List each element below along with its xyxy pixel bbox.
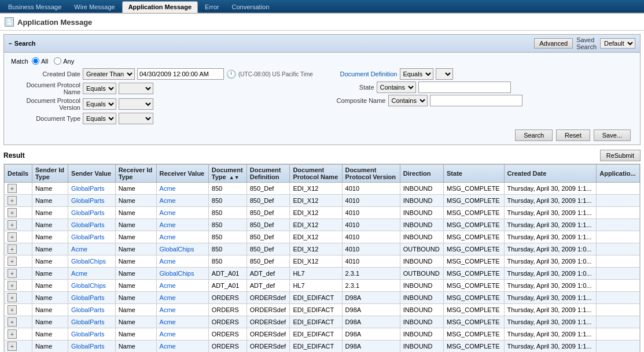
tab-conversation[interactable]: Conversation [226, 1, 275, 13]
sender-value-link[interactable]: GlobalChips [71, 258, 106, 265]
tab-wire-message[interactable]: Wire Message [68, 1, 120, 13]
expand-icon[interactable]: + [8, 293, 17, 302]
save-button[interactable]: Save... [594, 129, 631, 141]
doc-def-select2[interactable] [436, 68, 453, 80]
result-table: Details Sender IdType Sender Value Recei… [4, 164, 640, 352]
expand-icon[interactable]: + [8, 269, 17, 278]
cell-details[interactable]: + [5, 195, 32, 207]
expand-icon[interactable]: + [8, 329, 17, 339]
expand-icon[interactable]: + [8, 342, 17, 351]
cell-sender-id-type: Name [32, 316, 68, 328]
cell-created-date: Thursday, April 30, 2009 1:1... [504, 207, 597, 219]
sender-value-link[interactable]: Acme [71, 270, 87, 277]
cell-details[interactable]: + [5, 304, 32, 316]
receiver-value-link[interactable]: Acme [160, 209, 176, 216]
search-button[interactable]: Search [515, 129, 553, 141]
doc-type-select2[interactable] [119, 113, 153, 124]
receiver-value-link[interactable]: Acme [160, 234, 176, 240]
receiver-value-link[interactable]: Acme [160, 258, 176, 265]
sender-value-link[interactable]: GlobalParts [71, 318, 104, 325]
composite-name-input[interactable] [430, 95, 522, 106]
state-op[interactable]: Contains [377, 81, 416, 93]
cell-details[interactable]: + [5, 280, 32, 292]
receiver-value-link[interactable]: Acme [160, 318, 176, 325]
cell-details[interactable]: + [5, 340, 32, 353]
expand-icon[interactable]: + [8, 244, 17, 254]
expand-icon[interactable]: + [8, 232, 17, 242]
created-date-input[interactable] [137, 68, 224, 80]
expand-icon[interactable]: + [8, 257, 17, 266]
sender-value-link[interactable]: Acme [71, 246, 87, 253]
tab-application-message[interactable]: Application Message [122, 1, 198, 13]
col-doc-type[interactable]: DocumentType ▲▼ [208, 165, 246, 183]
expand-icon[interactable]: + [8, 281, 17, 290]
sender-value-link[interactable]: GlobalParts [71, 343, 104, 350]
reset-button[interactable]: Reset [556, 129, 590, 141]
doc-protocol-name-select2[interactable] [119, 83, 153, 94]
receiver-value-link[interactable]: GlobalChips [160, 246, 194, 253]
receiver-value-link[interactable]: Acme [160, 306, 176, 313]
cell-created-date: Thursday, April 30, 2009 1:1... [504, 328, 597, 340]
cell-details[interactable]: + [5, 268, 32, 280]
composite-name-op[interactable]: Contains [388, 95, 428, 106]
doc-protocol-version-select2[interactable] [119, 98, 153, 110]
radio-any[interactable]: Any [54, 57, 74, 65]
receiver-value-link[interactable]: Acme [160, 294, 176, 301]
receiver-value-link[interactable]: Acme [160, 185, 176, 192]
cell-details[interactable]: + [5, 219, 32, 231]
clock-icon[interactable]: 🕛 [226, 69, 236, 79]
cell-details[interactable]: + [5, 328, 32, 340]
cell-receiver-value: Acme [156, 292, 208, 304]
receiver-value-link[interactable]: Acme [160, 197, 176, 204]
sender-value-link[interactable]: GlobalParts [71, 294, 104, 301]
cell-created-date: Thursday, April 30, 2009 1:1... [504, 304, 597, 316]
cell-details[interactable]: + [5, 243, 32, 255]
cell-doc-def: 850_Def [246, 183, 290, 195]
sender-value-link[interactable]: GlobalChips [71, 282, 106, 289]
sender-value-link[interactable]: GlobalParts [71, 209, 104, 216]
expand-icon[interactable]: + [8, 220, 17, 229]
doc-protocol-version-op[interactable]: Equals [83, 98, 116, 110]
resubmit-button[interactable]: ReSubmit [600, 150, 641, 161]
collapse-icon[interactable]: − [9, 40, 12, 47]
tab-error[interactable]: Error [199, 1, 225, 13]
receiver-value-link[interactable]: Acme [160, 221, 176, 228]
state-input[interactable] [418, 81, 511, 93]
table-row: + Name GlobalParts Name Acme ORDERS ORDE… [5, 328, 640, 340]
doc-type-op[interactable]: Equals [83, 113, 116, 124]
sender-value-link[interactable]: GlobalParts [71, 331, 104, 338]
sender-value-link[interactable]: GlobalParts [71, 197, 104, 204]
doc-def-op[interactable]: Equals [400, 68, 433, 80]
doc-protocol-name-op[interactable]: Equals [83, 83, 116, 94]
cell-details[interactable]: + [5, 255, 32, 268]
cell-details[interactable]: + [5, 316, 32, 328]
cell-doc-protocol-name: EDI_EDIFACT [290, 340, 342, 353]
radio-all[interactable]: All [32, 57, 48, 65]
expand-icon[interactable]: + [8, 208, 17, 217]
result-header: Result ReSubmit [3, 150, 641, 161]
result-table-wrapper[interactable]: Details Sender IdType Sender Value Recei… [3, 164, 641, 352]
sender-value-link[interactable]: GlobalParts [71, 221, 104, 228]
tab-business-message[interactable]: Business Message [2, 1, 67, 13]
receiver-value-link[interactable]: Acme [160, 343, 176, 350]
saved-search-select[interactable]: Default [600, 38, 635, 49]
receiver-value-link[interactable]: Acme [160, 282, 176, 289]
cell-state: MSG_COMPLETE [444, 231, 505, 243]
sender-value-link[interactable]: GlobalParts [71, 306, 104, 313]
expand-icon[interactable]: + [8, 317, 17, 327]
cell-details[interactable]: + [5, 292, 32, 304]
cell-details[interactable]: + [5, 231, 32, 243]
cell-doc-type: 850 [208, 219, 246, 231]
cell-direction: OUTBOUND [400, 243, 443, 255]
advanced-button[interactable]: Advanced [534, 38, 573, 49]
cell-details[interactable]: + [5, 207, 32, 219]
expand-icon[interactable]: + [8, 184, 17, 193]
receiver-value-link[interactable]: Acme [160, 331, 176, 338]
sender-value-link[interactable]: GlobalParts [71, 234, 104, 240]
expand-icon[interactable]: + [8, 305, 17, 314]
receiver-value-link[interactable]: GlobalChips [160, 270, 194, 277]
sender-value-link[interactable]: GlobalParts [71, 185, 104, 192]
cell-details[interactable]: + [5, 183, 32, 195]
expand-icon[interactable]: + [8, 196, 17, 205]
created-date-op[interactable]: Greater Than [83, 68, 135, 80]
